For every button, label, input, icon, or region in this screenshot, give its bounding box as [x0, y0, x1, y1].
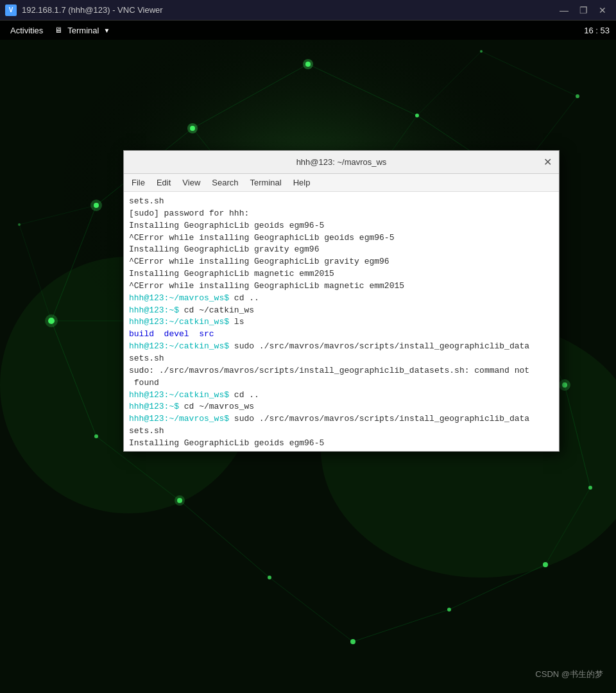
terminal-menu-view[interactable]: View [177, 176, 205, 189]
terminal-line: ^CError while installing GeographicLib g… [129, 232, 554, 244]
vnc-titlebar: V 192.168.1.7 (hhh@123) - VNC Viewer — ❐… [0, 0, 616, 21]
terminal-menu-arrow: ▼ [103, 27, 110, 34]
terminal-line: hhh@123:~/catkin_ws$ cd .. [129, 389, 554, 402]
terminal-menubar: File Edit View Search Terminal Help [124, 174, 559, 192]
terminal-line: sets.sh [129, 425, 554, 438]
terminal-menu-terminal[interactable]: Terminal [245, 176, 287, 189]
watermark: CSDN @书生的梦 [535, 669, 603, 680]
terminal-close-button[interactable]: ✕ [541, 156, 554, 169]
terminal-line: hhh@123:~/mavros_ws$ sudo ./src/mavros/m… [129, 413, 554, 425]
terminal-line: build devel src [129, 329, 554, 341]
activities-button[interactable]: Activities [6, 24, 47, 37]
vnc-viewer-window: V 192.168.1.7 (hhh@123) - VNC Viewer — ❐… [0, 0, 616, 693]
terminal-line: [sudo] password for hhh: [129, 208, 554, 220]
terminal-menu-help[interactable]: Help [288, 176, 316, 189]
terminal-line: ^CError while installing GeographicLib m… [129, 280, 554, 293]
terminal-line: Installing GeographicLib gravity egm96 [129, 244, 554, 256]
terminal-line: sets.sh [129, 353, 554, 365]
vnc-close-button[interactable]: ✕ [594, 4, 611, 17]
terminal-menu-file[interactable]: File [126, 176, 150, 189]
terminal-line: hhh@123:~/mavros_ws$ cd .. [129, 293, 554, 305]
terminal-line: hhh@123:~$ cd ~/mavros_ws [129, 401, 554, 413]
terminal-line: hhh@123:~$ cd ~/catkin_ws [129, 305, 554, 317]
terminal-title: hhh@123: ~/mavros_ws [142, 157, 541, 167]
gnome-clock: 16 : 53 [584, 26, 610, 35]
terminal-line: Installing GeographicLib geoids egm96-5 [129, 220, 554, 232]
vnc-window-controls: — ❐ ✕ [556, 4, 611, 17]
terminal-line: Installing GeographicLib geoids egm96-5 [129, 438, 554, 450]
terminal-menu-edit[interactable]: Edit [151, 176, 176, 189]
terminal-window: hhh@123: ~/mavros_ws ✕ File Edit View Se… [123, 150, 560, 452]
terminal-line: Installing GeographicLib gravity egm96 [129, 450, 554, 451]
terminal-line: sets.sh [129, 196, 554, 208]
vnc-title-text: 192.168.1.7 (hhh@123) - VNC Viewer [22, 5, 163, 15]
terminal-titlebar: hhh@123: ~/mavros_ws ✕ [124, 151, 559, 174]
terminal-line: Installing GeographicLib magnetic emm201… [129, 268, 554, 280]
terminal-menu-label: Terminal [67, 26, 99, 35]
terminal-line: ^CError while installing GeographicLib g… [129, 256, 554, 268]
vnc-maximize-button[interactable]: ❐ [575, 4, 592, 17]
terminal-content[interactable]: sets.sh [sudo] password for hhh: Install… [124, 192, 559, 451]
terminal-menu-search[interactable]: Search [207, 176, 243, 189]
terminal-line: hhh@123:~/catkin_ws$ ls [129, 316, 554, 329]
gnome-topbar: Activities 🖥 Terminal ▼ 16 : 53 [0, 21, 616, 40]
terminal-line: hhh@123:~/catkin_ws$ sudo ./src/mavros/m… [129, 341, 554, 353]
terminal-menu-button[interactable]: 🖥 Terminal ▼ [55, 26, 110, 35]
vnc-title-left: V 192.168.1.7 (hhh@123) - VNC Viewer [5, 4, 163, 16]
terminal-line: sudo: ./src/mavros/mavros/scripts/instal… [129, 365, 554, 377]
vnc-minimize-button[interactable]: — [556, 4, 572, 17]
terminal-line: found [129, 377, 554, 389]
gnome-left: Activities 🖥 Terminal ▼ [6, 24, 110, 37]
vnc-icon: V [5, 4, 17, 16]
